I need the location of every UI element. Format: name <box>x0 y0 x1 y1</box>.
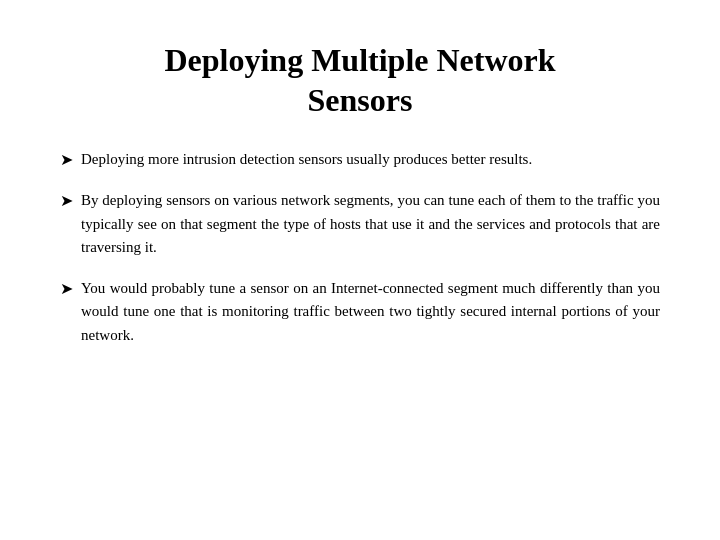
slide-title: Deploying Multiple Network Sensors <box>60 40 660 120</box>
bullet-item-1: ➤ Deploying more intrusion detection sen… <box>60 148 660 171</box>
bullet-arrow-3: ➤ <box>60 279 73 298</box>
title-line2: Sensors <box>308 82 413 118</box>
bullets-list: ➤ Deploying more intrusion detection sen… <box>60 148 660 347</box>
bullet-arrow-1: ➤ <box>60 150 73 169</box>
title-line1: Deploying Multiple Network <box>164 42 555 78</box>
bullet-item-3: ➤ You would probably tune a sensor on an… <box>60 277 660 347</box>
bullet-item-2: ➤ By deploying sensors on various networ… <box>60 189 660 259</box>
bullet-arrow-2: ➤ <box>60 191 73 210</box>
slide-container: Deploying Multiple Network Sensors ➤ Dep… <box>0 0 720 540</box>
bullet-text-3: You would probably tune a sensor on an I… <box>81 277 660 347</box>
title-block: Deploying Multiple Network Sensors <box>60 40 660 120</box>
bullet-text-2: By deploying sensors on various network … <box>81 189 660 259</box>
bullet-text-1: Deploying more intrusion detection senso… <box>81 148 532 171</box>
